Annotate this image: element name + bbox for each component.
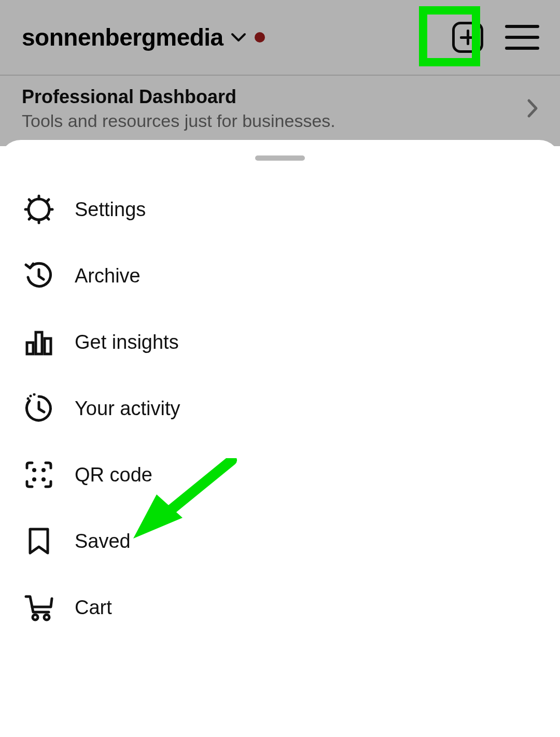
svg-point-19 (33, 615, 38, 620)
history-icon (24, 261, 54, 291)
hamburger-menu-button[interactable] (505, 25, 539, 50)
qr-icon (24, 460, 54, 490)
menu-item-label: Saved (75, 530, 131, 552)
cart-icon (24, 592, 54, 622)
menu-item-label: QR code (75, 464, 152, 486)
menu-item-label: Archive (75, 265, 141, 287)
svg-line-5 (29, 200, 32, 202)
menu-item-settings[interactable]: Settings (24, 176, 536, 243)
menu-item-insights[interactable]: Get insights (24, 309, 536, 375)
dashboard-subtitle: Tools and resources just for businesses. (22, 111, 335, 131)
username-switcher[interactable]: sonnenbergmedia (22, 23, 223, 51)
clock-icon (24, 393, 54, 423)
svg-point-15 (32, 468, 36, 472)
bookmark-icon (24, 526, 54, 556)
bars-icon (24, 327, 54, 357)
notification-dot-icon (255, 32, 265, 42)
menu-item-label: Cart (75, 597, 112, 619)
chevron-right-icon (527, 98, 538, 118)
chevron-down-icon[interactable] (231, 32, 246, 42)
svg-line-6 (47, 217, 49, 220)
menu-item-label: Get insights (75, 331, 179, 353)
svg-line-7 (47, 200, 49, 202)
menu-item-label: Your activity (75, 398, 180, 420)
menu-item-archive[interactable]: Archive (24, 243, 536, 309)
menu-item-qr-code[interactable]: QR code (24, 442, 536, 508)
menu-item-your-activity[interactable]: Your activity (24, 375, 536, 442)
svg-point-17 (32, 477, 36, 481)
create-button[interactable] (452, 22, 483, 53)
menu-list: Settings Archive Get insights (0, 176, 560, 641)
dashboard-title: Professional Dashboard (22, 86, 335, 108)
svg-point-20 (44, 615, 49, 620)
menu-bottom-sheet: Settings Archive Get insights (0, 140, 560, 737)
profile-header: sonnenbergmedia (0, 0, 560, 75)
menu-item-saved[interactable]: Saved (24, 508, 536, 574)
svg-rect-10 (36, 332, 42, 354)
svg-point-16 (41, 468, 46, 472)
svg-rect-9 (27, 343, 33, 354)
svg-rect-11 (45, 338, 51, 354)
menu-item-cart[interactable]: Cart (24, 574, 536, 641)
sheet-drag-handle[interactable] (255, 155, 305, 161)
professional-dashboard-row[interactable]: Professional Dashboard Tools and resourc… (0, 75, 560, 141)
svg-line-8 (29, 217, 32, 220)
gear-icon (24, 194, 54, 224)
menu-item-label: Settings (75, 199, 146, 221)
svg-point-18 (41, 477, 46, 481)
